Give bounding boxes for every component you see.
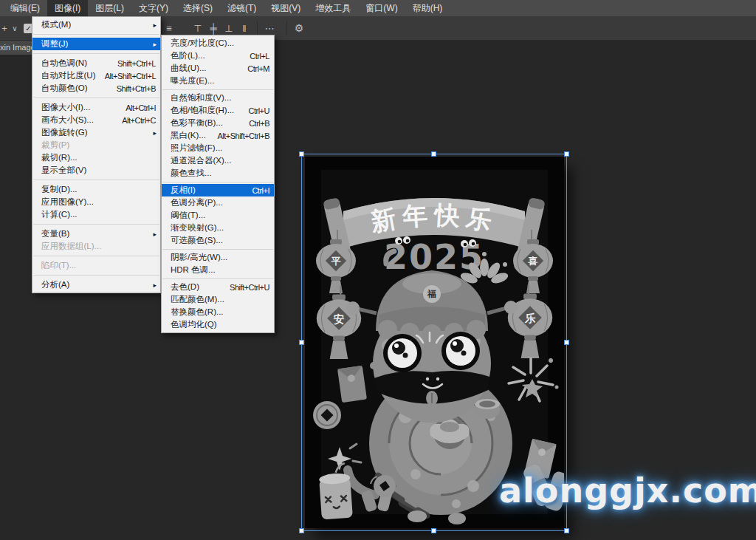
menu-item-crop: 裁剪(P) [32, 139, 160, 151]
menubar-item-edit[interactable]: 编辑(E) [3, 0, 47, 16]
menu-item-trap: 陷印(T)... [32, 259, 160, 272]
menu-separator [33, 224, 159, 225]
menubar-item-window[interactable]: 窗口(W) [358, 0, 405, 16]
menu-item-equalize[interactable]: 色调均化(Q) [162, 318, 274, 331]
menu-item-image-size[interactable]: 图像大小(I)... Alt+Ctrl+I [32, 101, 160, 114]
submenu-arrow-icon: ▸ [153, 41, 157, 48]
menubar-item-select[interactable]: 选择(S) [176, 0, 220, 16]
menu-separator [162, 249, 273, 250]
menu-item-threshold[interactable]: 阈值(T)... [162, 209, 274, 222]
menu-item-mode[interactable]: 模式(M) ▸ [32, 18, 160, 31]
menu-item-match-color[interactable]: 匹配颜色(M)... [162, 293, 274, 306]
menu-separator [33, 256, 159, 256]
menubar-item-layer[interactable]: 图层(L) [88, 0, 131, 16]
menu-item-trim[interactable]: 裁切(R)... [32, 151, 160, 164]
menu-item-shadows-highlights[interactable]: 阴影/高光(W)... [162, 251, 274, 264]
options-divider [286, 21, 287, 35]
menubar-item-view[interactable]: 视图(V) [264, 0, 308, 16]
menu-item-desaturate[interactable]: 去色(D) Shift+Ctrl+U [162, 281, 274, 293]
menu-item-selective-color[interactable]: 可选颜色(S)... [162, 234, 274, 247]
menu-item-black-white[interactable]: 黑白(K)... Alt+Shift+Ctrl+B [162, 129, 274, 142]
transform-handle-nw[interactable] [299, 151, 304, 157]
menu-item-posterize[interactable]: 色调分离(P)... [162, 196, 274, 209]
chevron-down-icon[interactable]: ∨ [9, 16, 21, 41]
menu-item-auto-contrast[interactable]: 自动对比度(U) Alt+Shift+Ctrl+L [32, 69, 160, 82]
menu-item-adjustments[interactable]: 调整(J) ▸ [32, 38, 160, 50]
image-menu-dropdown: 模式(M) ▸ 调整(J) ▸ 自动色调(N) Shift+Ctrl+L 自动对… [32, 16, 161, 293]
transform-handle-n[interactable] [431, 151, 436, 157]
menu-item-exposure[interactable]: 曝光度(E)... [162, 75, 274, 87]
submenu-arrow-icon: ▸ [153, 21, 157, 29]
menu-separator [33, 53, 159, 54]
menu-bar: 编辑(E) 图像(I) 图层(L) 文字(Y) 选择(S) 滤镜(T) 视图(V… [0, 0, 756, 16]
menu-item-auto-color[interactable]: 自动颜色(O) Shift+Ctrl+B [32, 82, 160, 95]
menu-item-color-balance[interactable]: 色彩平衡(B)... Ctrl+B [162, 117, 274, 129]
menu-item-image-rotation[interactable]: 图像旋转(G) ▸ [32, 126, 160, 139]
menu-item-reveal-all[interactable]: 显示全部(V) [32, 164, 160, 177]
menubar-item-filter[interactable]: 滤镜(T) [220, 0, 264, 16]
menu-item-variables[interactable]: 变量(B) ▸ [32, 228, 160, 240]
menu-item-analysis[interactable]: 分析(A) ▸ [32, 278, 160, 291]
menu-item-replace-color[interactable]: 替换颜色(R)... [162, 306, 274, 318]
menu-item-vibrance[interactable]: 自然饱和度(V)... [162, 92, 274, 104]
menu-item-channel-mixer[interactable]: 通道混合器(X)... [162, 154, 274, 167]
menu-item-levels[interactable]: 色阶(L)... Ctrl+L [162, 49, 274, 62]
move-tool-icon[interactable]: + [0, 16, 9, 41]
submenu-arrow-icon: ▸ [153, 129, 157, 137]
transform-handle-se[interactable] [564, 528, 569, 533]
menu-item-calculations[interactable]: 计算(C)... [32, 208, 160, 221]
settings-gear-icon[interactable]: ⚙ [292, 16, 306, 41]
menu-item-invert[interactable]: 反相(I) Ctrl+I [162, 184, 274, 196]
menu-separator [33, 34, 159, 35]
menubar-item-plugins[interactable]: 增效工具 [308, 0, 358, 16]
menu-item-apply-image[interactable]: 应用图像(Y)... [32, 196, 160, 208]
menu-separator [162, 278, 273, 279]
transform-handle-sw[interactable] [299, 528, 304, 533]
menu-item-hdr-toning[interactable]: HDR 色调... [162, 264, 274, 276]
menu-separator [162, 89, 273, 90]
transform-handle-e[interactable] [564, 340, 569, 345]
menu-item-photo-filter[interactable]: 照片滤镜(F)... [162, 142, 274, 154]
submenu-arrow-icon: ▸ [153, 281, 157, 289]
options-divider [257, 21, 258, 35]
transform-handle-ne[interactable] [564, 151, 569, 157]
adjustments-submenu: 亮度/对比度(C)... 色阶(L)... Ctrl+L 曲线(U)... Ct… [161, 35, 275, 333]
menu-separator [33, 275, 159, 276]
watermark: alonggjx.com [499, 471, 756, 510]
menu-item-canvas-size[interactable]: 画布大小(S)... Alt+Ctrl+C [32, 114, 160, 126]
submenu-arrow-icon: ▸ [153, 230, 157, 238]
menubar-item-help[interactable]: 帮助(H) [405, 0, 450, 16]
menu-item-brightness-contrast[interactable]: 亮度/对比度(C)... [162, 37, 274, 49]
transform-handle-s[interactable] [431, 528, 436, 533]
menu-item-color-lookup[interactable]: 颜色查找... [162, 167, 274, 180]
menu-separator [33, 98, 159, 98]
menu-item-duplicate[interactable]: 复制(D)... [32, 183, 160, 196]
menu-separator [162, 182, 273, 182]
menubar-item-image[interactable]: 图像(I) [47, 0, 88, 16]
menu-item-apply-data-set: 应用数据组(L)... [32, 240, 160, 253]
menu-item-gradient-map[interactable]: 渐变映射(G)... [162, 222, 274, 234]
transform-handle-w[interactable] [299, 340, 304, 345]
menu-separator [33, 180, 159, 180]
menu-item-curves[interactable]: 曲线(U)... Ctrl+M [162, 62, 274, 75]
menubar-item-type[interactable]: 文字(Y) [131, 0, 176, 16]
menu-item-hue-saturation[interactable]: 色相/饱和度(H)... Ctrl+U [162, 104, 274, 117]
menu-item-auto-tone[interactable]: 自动色调(N) Shift+Ctrl+L [32, 57, 160, 69]
